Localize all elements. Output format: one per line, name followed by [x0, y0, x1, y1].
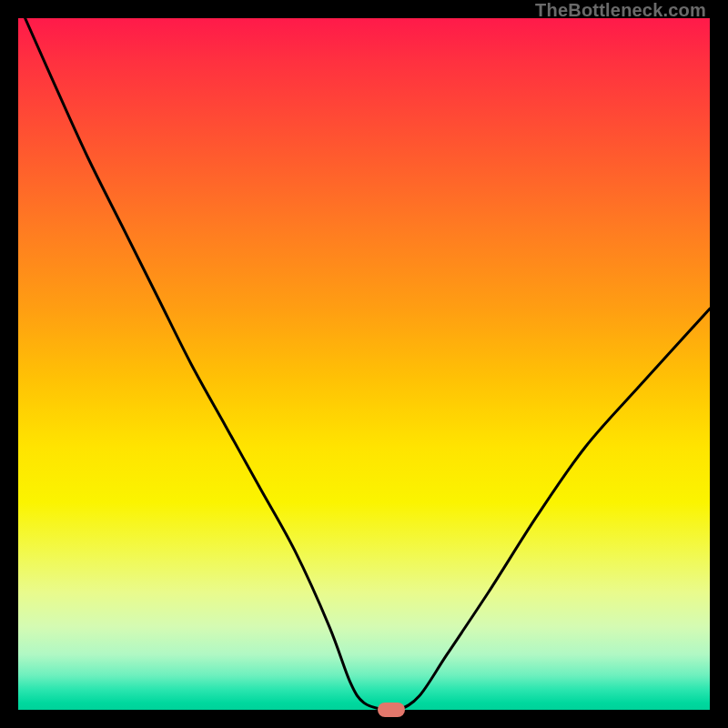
curve-svg [18, 18, 710, 710]
optimal-marker [378, 703, 405, 717]
chart-frame: TheBottleneck.com [0, 0, 728, 728]
bottleneck-curve-path [25, 18, 710, 710]
watermark-text: TheBottleneck.com [535, 0, 706, 21]
plot-area [18, 18, 710, 710]
